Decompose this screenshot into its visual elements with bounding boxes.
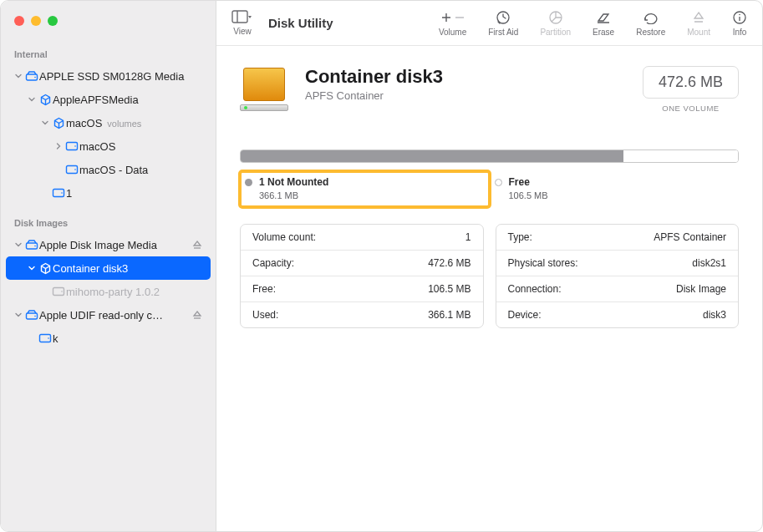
info-row: Free:106.5 MB <box>241 276 483 302</box>
info-icon <box>732 10 747 25</box>
volume-icon <box>64 141 79 151</box>
sidebar-item-label: macOSvolumes <box>66 117 206 129</box>
disclosure-chevron[interactable] <box>13 312 24 318</box>
sidebar-section-header: Internal <box>1 43 216 64</box>
legend-item[interactable]: 1 Not Mounted366.1 MB <box>240 171 490 207</box>
svg-point-7 <box>61 192 63 194</box>
info-value: 1 <box>465 231 471 243</box>
info-row: Physical stores:disk2s1 <box>496 251 739 276</box>
size-summary: 472.6 MB ONE VOLUME <box>643 66 739 113</box>
sidebar-icon <box>231 10 253 23</box>
disk-glyph <box>240 66 288 114</box>
info-key: Device: <box>508 309 542 321</box>
info-row: Connection:Disk Image <box>496 276 739 302</box>
sidebar-item[interactable]: Apple UDIF read-only c… <box>6 303 211 327</box>
svg-point-5 <box>74 169 76 170</box>
first-aid-icon <box>495 10 511 25</box>
legend-label: 1 Not Mounted <box>259 176 328 188</box>
legend-item[interactable]: Free106.5 MB <box>490 171 740 207</box>
detail-title: Container disk3 <box>305 66 626 88</box>
sidebar-item-label: Container disk3 <box>53 262 206 275</box>
minimize-button[interactable] <box>31 16 41 26</box>
sidebar-item[interactable]: macOS - Data <box>6 158 211 181</box>
info-value: 366.1 MB <box>428 309 471 321</box>
info-key: Volume count: <box>252 231 316 243</box>
first-aid-button[interactable]: First Aid <box>488 10 518 37</box>
sidebar-item[interactable]: 1 <box>6 181 211 205</box>
disclosure-chevron[interactable] <box>39 119 51 126</box>
sidebar-item[interactable]: Apple Disk Image Media <box>6 233 211 256</box>
disclosure-chevron[interactable] <box>13 73 24 79</box>
sidebar-item[interactable]: Container disk3 <box>6 256 211 280</box>
usage-bar <box>240 149 739 163</box>
partition-button: Partition <box>540 10 571 37</box>
info-value: disk3 <box>703 309 726 321</box>
view-menu-button[interactable]: View <box>231 10 253 36</box>
sidebar-item-label: macOS - Data <box>79 164 206 176</box>
info-value: APFS Container <box>654 231 726 243</box>
info-key: Connection: <box>508 283 562 295</box>
sidebar-item[interactable]: k <box>6 327 211 350</box>
restore-button[interactable]: Restore <box>636 10 665 37</box>
close-button[interactable] <box>14 16 24 26</box>
info-key: Free: <box>252 283 276 295</box>
svg-point-3 <box>74 145 76 147</box>
main-pane: View Disk Utility Volume First Aid <box>216 1 762 531</box>
sidebar-item[interactable]: macOSvolumes <box>6 111 211 134</box>
disk-icon <box>24 239 39 251</box>
info-key: Capacity: <box>252 257 294 269</box>
info-value: disk2s1 <box>692 257 726 269</box>
size-sub: ONE VOLUME <box>643 104 739 113</box>
toolbar: View Disk Utility Volume First Aid <box>216 1 762 46</box>
partition-icon <box>548 10 563 25</box>
volume-button[interactable]: Volume <box>439 10 466 37</box>
svg-point-1 <box>34 77 36 79</box>
window-controls <box>1 1 216 41</box>
sidebar-item[interactable]: APPLE SSD SM0128G Media <box>6 64 211 88</box>
info-button[interactable]: Info <box>732 10 747 37</box>
volume-icon <box>51 286 66 296</box>
erase-icon <box>595 10 612 25</box>
usage-used-segment <box>241 150 623 162</box>
sidebar-item-label: Apple Disk Image Media <box>39 239 189 251</box>
container-icon <box>38 94 53 106</box>
info-row: Used:366.1 MB <box>241 302 483 327</box>
content: Container disk3 APFS Container 472.6 MB … <box>216 46 762 531</box>
svg-point-23 <box>497 12 509 23</box>
info-col-right: Type:APFS ContainerPhysical stores:disk2… <box>496 224 740 328</box>
usage-free-segment <box>623 150 738 162</box>
container-icon <box>51 117 66 129</box>
disclosure-chevron[interactable] <box>26 265 38 271</box>
info-row: Type:APFS Container <box>496 225 739 251</box>
sidebar-item-label: APPLE SSD SM0128G Media <box>39 70 206 83</box>
disk-icon <box>24 70 39 82</box>
info-key: Physical stores: <box>508 257 578 269</box>
svg-point-12 <box>61 291 63 292</box>
disk-icon <box>24 309 39 321</box>
eject-icon[interactable] <box>189 240 206 250</box>
eject-icon[interactable] <box>189 310 206 320</box>
sidebar-section-header: Disk Images <box>1 211 216 233</box>
sidebar-item-label: AppleAPFSMedia <box>53 94 206 106</box>
sidebar-item-label: macOS <box>79 140 206 153</box>
info-row: Capacity:472.6 MB <box>241 251 483 276</box>
volume-icon <box>64 165 79 175</box>
sidebar-item-label: Apple UDIF read-only c… <box>39 309 189 322</box>
disclosure-chevron[interactable] <box>26 96 38 103</box>
legend-value: 106.5 MB <box>509 190 731 200</box>
info-key: Type: <box>508 231 532 243</box>
erase-button[interactable]: Erase <box>593 10 614 37</box>
legend-value: 366.1 MB <box>259 190 481 200</box>
legend-row: 1 Not Mounted366.1 MBFree106.5 MB <box>240 171 739 207</box>
sidebar-item[interactable]: macOS <box>6 134 211 158</box>
sidebar-item[interactable]: AppleAPFSMedia <box>6 88 211 111</box>
zoom-button[interactable] <box>48 16 58 26</box>
restore-icon <box>643 10 659 25</box>
svg-point-28 <box>739 13 740 15</box>
disclosure-chevron[interactable] <box>13 241 24 248</box>
disclosure-chevron[interactable] <box>53 143 64 149</box>
detail-subtitle: APFS Container <box>305 89 626 102</box>
svg-rect-18 <box>232 11 247 23</box>
sidebar-item-label: 1 <box>66 187 206 200</box>
sidebar-item[interactable]: mihomo-party 1.0.2 <box>6 280 211 303</box>
